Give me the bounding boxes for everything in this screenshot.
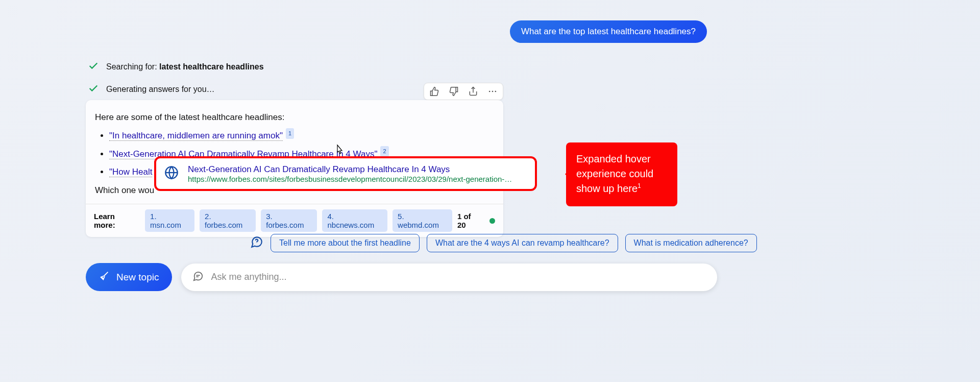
user-message-bubble: What are the top latest healthcare headl… — [510, 20, 707, 43]
status-searching: Searching for: latest healthcare headlin… — [88, 60, 264, 74]
source-chip[interactable]: 3. forbes.com — [261, 209, 317, 232]
ask-input-container[interactable] — [181, 264, 717, 291]
status-generating: Generating answers for you… — [88, 83, 215, 96]
globe-icon — [164, 165, 179, 182]
share-icon[interactable] — [468, 86, 478, 97]
hover-url: https://www.forbes.com/sites/forbesbusin… — [188, 175, 512, 183]
citation-badge[interactable]: 1 — [286, 128, 294, 139]
headline-link[interactable]: "How Healt — [109, 167, 152, 177]
thumbs-down-icon[interactable] — [449, 86, 459, 97]
checkmark-icon — [88, 60, 99, 74]
citation-badge[interactable]: 2 — [380, 146, 388, 157]
bottom-bar: New topic — [86, 263, 717, 291]
svg-point-3 — [495, 91, 497, 92]
answer-intro: Here are some of the latest healthcare h… — [95, 109, 494, 126]
suggestions-row: Tell me more about the first headline Wh… — [250, 234, 757, 252]
headline-link[interactable]: "In healthcare, middlemen are running am… — [109, 131, 283, 141]
suggestion-chip[interactable]: What is medication adherence? — [625, 234, 757, 252]
source-chip[interactable]: 1. msn.com — [145, 209, 194, 232]
source-chip[interactable]: 4. nbcnews.com — [322, 209, 387, 232]
annotation-callout: Expanded hover experience could show up … — [566, 142, 677, 206]
hover-preview-card[interactable]: Next-Generation AI Can Dramatically Reva… — [154, 156, 537, 191]
status-generating-text: Generating answers for you… — [106, 85, 215, 94]
svg-point-2 — [492, 91, 494, 92]
broom-icon — [99, 270, 110, 284]
result-counter: 1 of 20 — [457, 212, 481, 229]
ask-input[interactable] — [211, 272, 706, 282]
checkmark-icon — [88, 83, 99, 96]
status-dot-icon — [489, 218, 495, 224]
hover-text: Next-Generation AI Can Dramatically Reva… — [188, 164, 512, 183]
svg-point-1 — [489, 91, 491, 92]
source-chip[interactable]: 2. forbes.com — [200, 209, 256, 232]
learn-more-row: Learn more: 1. msn.com 2. forbes.com 3. … — [86, 204, 503, 237]
suggestion-chip[interactable]: Tell me more about the first headline — [271, 234, 420, 252]
chat-icon — [192, 271, 204, 284]
new-topic-button[interactable]: New topic — [86, 263, 172, 291]
more-icon[interactable] — [487, 86, 498, 97]
source-chip[interactable]: 5. webmd.com — [393, 209, 452, 232]
new-topic-label: New topic — [116, 272, 159, 283]
feedback-toolbar — [424, 83, 503, 100]
learn-more-label: Learn more: — [94, 212, 138, 229]
hover-title: Next-Generation AI Can Dramatically Reva… — [188, 164, 512, 175]
thumbs-up-icon[interactable] — [429, 86, 439, 97]
status-searching-text: Searching for: latest healthcare headlin… — [106, 62, 264, 71]
question-icon — [250, 235, 263, 251]
headline-item: "In healthcare, middlemen are running am… — [109, 128, 494, 144]
suggestion-chip[interactable]: What are the 4 ways AI can revamp health… — [427, 234, 618, 252]
